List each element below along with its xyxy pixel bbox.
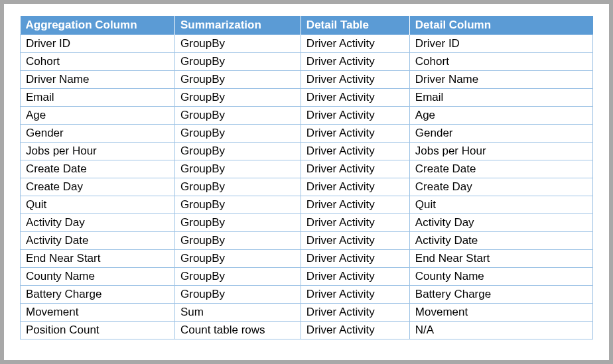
table-row: Position CountCount table rowsDriver Act… bbox=[21, 322, 593, 339]
table-cell: Driver Activity bbox=[301, 286, 409, 304]
table-cell: GroupBy bbox=[175, 107, 301, 125]
table-cell: Create Date bbox=[21, 160, 175, 178]
table-row: MovementSumDriver ActivityMovement bbox=[21, 304, 593, 322]
table-cell: Movement bbox=[21, 304, 175, 322]
table-cell: Driver Activity bbox=[301, 107, 409, 125]
table-cell: Driver Activity bbox=[301, 322, 409, 339]
table-cell: Driver Activity bbox=[301, 53, 409, 71]
table-cell: GroupBy bbox=[175, 143, 301, 160]
table-cell: Driver Activity bbox=[301, 178, 409, 196]
table-cell: GroupBy bbox=[175, 35, 301, 53]
table-cell: Driver Activity bbox=[301, 125, 409, 143]
table-body: Driver IDGroupByDriver ActivityDriver ID… bbox=[21, 35, 593, 339]
table-row: CohortGroupByDriver ActivityCohort bbox=[21, 53, 593, 71]
table-cell: Driver Activity bbox=[301, 143, 409, 160]
table-row: Create DayGroupByDriver ActivityCreate D… bbox=[21, 178, 593, 196]
table-row: County NameGroupByDriver ActivityCounty … bbox=[21, 268, 593, 286]
table-row: Jobs per HourGroupByDriver ActivityJobs … bbox=[21, 143, 593, 160]
table-cell: GroupBy bbox=[175, 268, 301, 286]
table-cell: Driver Name bbox=[21, 71, 175, 89]
table-cell: Driver ID bbox=[409, 35, 592, 53]
table-cell: Create Date bbox=[409, 160, 592, 178]
table-cell: Activity Date bbox=[21, 232, 175, 250]
table-cell: GroupBy bbox=[175, 89, 301, 107]
table-cell: Gender bbox=[21, 125, 175, 143]
table-cell: Driver Activity bbox=[301, 89, 409, 107]
table-cell: End Near Start bbox=[409, 250, 592, 268]
table-cell: Driver Activity bbox=[301, 160, 409, 178]
table-cell: Email bbox=[409, 89, 592, 107]
table-cell: Cohort bbox=[409, 53, 592, 71]
table-row: Driver IDGroupByDriver ActivityDriver ID bbox=[21, 35, 593, 53]
table-cell: GroupBy bbox=[175, 250, 301, 268]
table-cell: GroupBy bbox=[175, 53, 301, 71]
table-row: Activity DayGroupByDriver ActivityActivi… bbox=[21, 214, 593, 232]
table-cell: Cohort bbox=[21, 53, 175, 71]
table-cell: Driver Activity bbox=[301, 304, 409, 322]
table-cell: Age bbox=[409, 107, 592, 125]
table-cell: N/A bbox=[409, 322, 592, 339]
header-aggregation-column: Aggregation Column bbox=[21, 16, 175, 35]
table-cell: Movement bbox=[409, 304, 592, 322]
table-cell: Driver Activity bbox=[301, 268, 409, 286]
header-summarization: Summarization bbox=[175, 16, 301, 35]
table-cell: GroupBy bbox=[175, 214, 301, 232]
table-header-row: Aggregation Column Summarization Detail … bbox=[21, 16, 593, 35]
table-cell: Activity Day bbox=[409, 214, 592, 232]
table-cell: Count table rows bbox=[175, 322, 301, 339]
table-cell: Jobs per Hour bbox=[409, 143, 592, 160]
table-row: Activity DateGroupByDriver ActivityActiv… bbox=[21, 232, 593, 250]
header-detail-column: Detail Column bbox=[409, 16, 592, 35]
table-row: Create DateGroupByDriver ActivityCreate … bbox=[21, 160, 593, 178]
table-cell: GroupBy bbox=[175, 71, 301, 89]
table-cell: GroupBy bbox=[175, 286, 301, 304]
table-cell: Driver Activity bbox=[301, 214, 409, 232]
table-cell: Quit bbox=[21, 196, 175, 214]
table-cell: County Name bbox=[21, 268, 175, 286]
table-cell: GroupBy bbox=[175, 232, 301, 250]
table-cell: Create Day bbox=[21, 178, 175, 196]
table-cell: Quit bbox=[409, 196, 592, 214]
table-cell: GroupBy bbox=[175, 178, 301, 196]
table-cell: GroupBy bbox=[175, 160, 301, 178]
table-cell: Driver Activity bbox=[301, 196, 409, 214]
table-cell: Battery Charge bbox=[21, 286, 175, 304]
table-row: End Near StartGroupByDriver ActivityEnd … bbox=[21, 250, 593, 268]
table-cell: Driver Name bbox=[409, 71, 592, 89]
table-row: Driver NameGroupByDriver ActivityDriver … bbox=[21, 71, 593, 89]
table-cell: Driver Activity bbox=[301, 232, 409, 250]
table-cell: Age bbox=[21, 107, 175, 125]
table-row: QuitGroupByDriver ActivityQuit bbox=[21, 196, 593, 214]
table-cell: GroupBy bbox=[175, 125, 301, 143]
table-cell: End Near Start bbox=[21, 250, 175, 268]
table-cell: Activity Day bbox=[21, 214, 175, 232]
table-container: Aggregation Column Summarization Detail … bbox=[4, 4, 609, 360]
table-cell: Driver Activity bbox=[301, 250, 409, 268]
table-cell: Create Day bbox=[409, 178, 592, 196]
table-cell: Gender bbox=[409, 125, 592, 143]
table-cell: Driver ID bbox=[21, 35, 175, 53]
table-cell: Email bbox=[21, 89, 175, 107]
table-row: AgeGroupByDriver ActivityAge bbox=[21, 107, 593, 125]
table-cell: County Name bbox=[409, 268, 592, 286]
table-cell: GroupBy bbox=[175, 196, 301, 214]
table-cell: Jobs per Hour bbox=[21, 143, 175, 160]
aggregation-table: Aggregation Column Summarization Detail … bbox=[20, 16, 593, 339]
header-detail-table: Detail Table bbox=[301, 16, 409, 35]
table-cell: Driver Activity bbox=[301, 35, 409, 53]
table-row: EmailGroupByDriver ActivityEmail bbox=[21, 89, 593, 107]
table-cell: Position Count bbox=[21, 322, 175, 339]
table-cell: Battery Charge bbox=[409, 286, 592, 304]
table-row: GenderGroupByDriver ActivityGender bbox=[21, 125, 593, 143]
table-cell: Activity Date bbox=[409, 232, 592, 250]
table-row: Battery ChargeGroupByDriver ActivityBatt… bbox=[21, 286, 593, 304]
table-cell: Driver Activity bbox=[301, 71, 409, 89]
table-cell: Sum bbox=[175, 304, 301, 322]
